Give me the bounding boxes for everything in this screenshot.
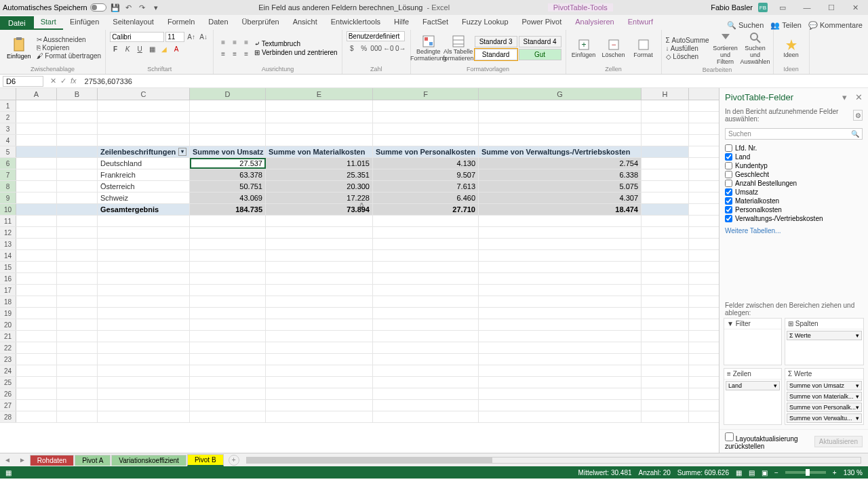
cell[interactable] [190, 331, 266, 342]
row-header[interactable]: 16 [0, 273, 16, 284]
field-item[interactable]: Personalkosten [725, 205, 863, 214]
cell[interactable] [479, 411, 642, 422]
cell[interactable]: 6.338 [479, 169, 642, 180]
row-header[interactable]: 7 [0, 169, 16, 180]
cell[interactable] [190, 308, 266, 319]
cell[interactable] [266, 285, 373, 296]
underline-button[interactable]: U [134, 43, 145, 54]
save-icon[interactable]: 💾 [111, 3, 120, 12]
undo-icon[interactable]: ↶ [124, 3, 134, 12]
avatar[interactable]: FB [758, 3, 768, 12]
align-middle-icon[interactable]: ≡ [229, 37, 240, 47]
cell[interactable] [479, 331, 642, 342]
cell[interactable] [16, 227, 57, 238]
cell[interactable]: Österreich [98, 181, 190, 192]
cell[interactable] [479, 377, 642, 388]
cell[interactable] [373, 239, 479, 249]
cell[interactable]: Summe von Materialkosten [266, 146, 373, 157]
cell[interactable] [57, 100, 98, 111]
cell[interactable] [373, 273, 479, 284]
cell[interactable] [190, 342, 266, 353]
cell[interactable]: 4.307 [479, 192, 642, 203]
filter-drop-area[interactable]: ▼ Filter [724, 318, 782, 365]
tab-einfuegen[interactable]: Einfügen [63, 15, 106, 30]
cell[interactable] [57, 365, 98, 376]
cell[interactable] [373, 388, 479, 399]
drop-item[interactable]: Summe von Umsatz▾ [787, 381, 862, 390]
cell[interactable]: 25.351 [266, 169, 373, 180]
merge-center-button[interactable]: ⊞ Verbinden und zentrieren [254, 49, 338, 56]
cell[interactable] [57, 388, 98, 399]
cell[interactable] [642, 135, 689, 146]
row-header[interactable]: 2 [0, 112, 16, 123]
tab-entwicklertools[interactable]: Entwicklertools [324, 15, 387, 30]
cell[interactable]: Zeilenbeschriftungen▾ [98, 146, 190, 157]
cell[interactable]: 20.300 [266, 181, 373, 192]
enter-formula-icon[interactable]: ✓ [60, 77, 66, 85]
cell[interactable] [190, 100, 266, 111]
row-header[interactable]: 5 [0, 146, 16, 157]
cell[interactable] [266, 135, 373, 146]
drop-item[interactable]: Summe von Personalk...▾ [787, 403, 862, 412]
field-search-input[interactable]: Suchen🔍 [725, 128, 863, 140]
row-header[interactable]: 23 [0, 354, 16, 365]
paste-button[interactable]: Einfügen [4, 35, 34, 61]
wrap-text-button[interactable]: ⤶ Textumbruch [254, 40, 338, 47]
row-header[interactable]: 6 [0, 158, 16, 169]
fill-color-button[interactable]: ◢ [159, 43, 170, 54]
add-sheet-button[interactable]: + [229, 455, 239, 466]
cell[interactable] [266, 227, 373, 238]
cell[interactable] [479, 388, 642, 399]
align-center-icon[interactable]: ≡ [229, 48, 240, 59]
cell[interactable] [642, 354, 689, 365]
cell[interactable] [373, 319, 479, 330]
cell[interactable] [57, 250, 98, 261]
cell[interactable] [57, 135, 98, 146]
row-header[interactable]: 15 [0, 262, 16, 272]
cell-style-standard4[interactable]: Standard 4 [519, 36, 561, 47]
cell[interactable] [642, 319, 689, 330]
view-layout-icon[interactable]: ▤ [749, 469, 755, 476]
row-header[interactable]: 22 [0, 342, 16, 353]
cell[interactable] [98, 250, 190, 261]
zoom-slider[interactable] [785, 471, 826, 474]
tab-daten[interactable]: Daten [201, 15, 235, 30]
cell[interactable] [373, 296, 479, 307]
cell[interactable] [16, 377, 57, 388]
cell[interactable] [16, 216, 57, 226]
font-size-select[interactable]: 11 [165, 32, 184, 42]
row-header[interactable]: 11 [0, 216, 16, 226]
cell[interactable] [642, 365, 689, 376]
cell[interactable] [373, 250, 479, 261]
cell[interactable] [16, 146, 57, 157]
redo-icon[interactable]: ↷ [138, 3, 147, 12]
tab-nav-next-icon[interactable]: ► [15, 456, 30, 464]
cell[interactable] [16, 308, 57, 319]
cell[interactable] [642, 239, 689, 249]
cell[interactable] [266, 365, 373, 376]
row-header[interactable]: 27 [0, 400, 16, 411]
cell[interactable] [57, 146, 98, 157]
cell[interactable] [190, 227, 266, 238]
format-cells-button[interactable]: Format [630, 38, 657, 58]
columns-drop-area[interactable]: ⊞ Spalten Σ Werte▾ [785, 318, 864, 365]
cell[interactable] [373, 308, 479, 319]
cell[interactable] [16, 296, 57, 307]
cell[interactable] [57, 331, 98, 342]
cell[interactable] [642, 100, 689, 111]
fill-button[interactable]: ↓ Ausfüllen [666, 45, 709, 52]
cell[interactable] [373, 365, 479, 376]
cell[interactable] [16, 411, 57, 422]
cell[interactable] [16, 262, 57, 272]
ribbon-options-icon[interactable]: ▭ [773, 1, 792, 14]
cell[interactable] [98, 285, 190, 296]
row-header[interactable]: 1 [0, 100, 16, 111]
cell[interactable] [373, 216, 479, 226]
cell[interactable] [16, 112, 57, 123]
tab-fuzzy-lookup[interactable]: Fuzzy Lookup [455, 15, 515, 30]
cell[interactable] [57, 296, 98, 307]
tab-ansicht[interactable]: Ansicht [286, 15, 324, 30]
cell[interactable] [479, 123, 642, 134]
field-item[interactable]: Kundentyp [725, 161, 863, 170]
maximize-icon[interactable]: ☐ [822, 1, 841, 14]
